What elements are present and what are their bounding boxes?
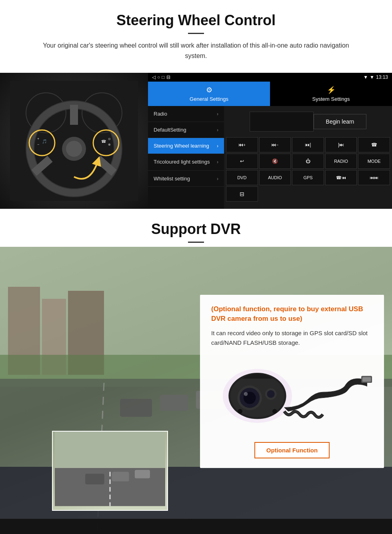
svg-rect-38 [135, 470, 150, 478]
optional-function-button[interactable]: Optional Function [254, 442, 330, 458]
svg-rect-27 [160, 395, 188, 411]
svg-point-45 [244, 392, 248, 396]
tab-general-settings[interactable]: ⚙ General Settings [148, 82, 270, 106]
android-tabs[interactable]: ⚙ General Settings ⚡ System Settings [148, 82, 392, 106]
svg-text:🎵: 🎵 [42, 139, 47, 144]
svg-rect-37 [112, 472, 129, 482]
control-grid: ⏮+ ⏮− ⏮| |⏭ ☎ ↩ 🔇 ⏻ RADIO MODE DVD AUDIO… [224, 137, 392, 203]
svg-text:⊕: ⊕ [108, 143, 111, 146]
tab-system-settings[interactable]: ⚡ System Settings [270, 82, 392, 106]
steering-container: + − 🎵 ☎ ⊙ ⊕ ◁ ○ □ [0, 73, 392, 209]
svg-point-9 [66, 141, 82, 157]
android-menu: Radio › DefaultSetting › Steering Wheel … [148, 106, 224, 209]
ctrl-extra[interactable]: ⊟ [226, 186, 258, 202]
dvr-heading: Support DVR [0, 209, 392, 247]
nav-home-icon: ○ [157, 74, 160, 80]
ctrl-tel-prev[interactable]: ☎⏮ [325, 170, 357, 185]
menu-radio[interactable]: Radio › [148, 106, 224, 122]
tab-system-label: System Settings [312, 96, 350, 102]
svg-text:−: − [37, 142, 39, 146]
ctrl-gps[interactable]: GPS [292, 170, 324, 185]
dvr-description: It can record video only to storage in G… [211, 328, 373, 348]
svg-point-47 [267, 390, 274, 398]
menu-default-label: DefaultSetting [154, 127, 186, 133]
wifi-icon: ▼ [370, 74, 374, 80]
divider2 [188, 242, 204, 243]
chevron-right-icon4: › [217, 159, 218, 166]
dvr-optional-title: (Optional function, require to buy exter… [211, 304, 373, 324]
nav-square-icon: □ [162, 74, 164, 80]
menu-steering-learning[interactable]: Steering Wheel learning › [148, 138, 224, 154]
ctrl-radio[interactable]: RADIO [325, 154, 357, 169]
time-display: 13:13 [376, 74, 388, 80]
dvr-thumbnail [52, 431, 168, 511]
ctrl-vol-down[interactable]: ⏮− [259, 137, 291, 152]
tab-general-label: General Settings [190, 96, 228, 102]
begin-learn-button[interactable]: Begin learn [314, 114, 367, 129]
ctrl-phone[interactable]: ☎ [358, 137, 390, 152]
svg-text:☎: ☎ [101, 139, 106, 144]
section1-heading: Steering Wheel Control Your original car… [0, 0, 392, 65]
system-icon: ⚡ [327, 86, 336, 94]
menu-tricolour-label: Tricoloured light settings [154, 159, 210, 166]
android-content: Radio › DefaultSetting › Steering Wheel … [148, 106, 392, 209]
section1-title: Steering Wheel Control [8, 12, 384, 29]
ctrl-tel-next[interactable]: ⏮⏭ [358, 170, 390, 185]
ctrl-vol-up[interactable]: ⏮+ [226, 137, 258, 152]
steering-photo: + − 🎵 ☎ ⊙ ⊕ [0, 73, 148, 209]
begin-learn-row: Begin learn [224, 106, 392, 137]
dvr-title: Support DVR [8, 221, 384, 238]
svg-rect-36 [85, 474, 104, 484]
ctrl-back[interactable]: ↩ [226, 154, 258, 169]
ctrl-audio[interactable]: AUDIO [259, 170, 291, 185]
svg-point-49 [272, 409, 277, 414]
chevron-right-icon2: › [217, 127, 218, 133]
svg-rect-33 [55, 431, 165, 468]
chevron-right-icon3: › [217, 143, 218, 149]
ctrl-prev[interactable]: ⏮| [292, 137, 324, 152]
android-ui-panel: ◁ ○ □ ⊟ ▼ ▼ 13:13 ⚙ General Settings ⚡ S… [148, 73, 392, 209]
ctrl-next[interactable]: |⏭ [325, 137, 357, 152]
svg-rect-31 [0, 519, 392, 534]
dvr-info-box: (Optional function, require to buy exter… [200, 295, 384, 468]
svg-rect-51 [362, 377, 371, 382]
section1-description: Your original car's steering wheel contr… [32, 40, 360, 61]
signal-icon: ▼ [363, 74, 368, 80]
divider1 [188, 33, 204, 34]
nav-menu-icon: ⊟ [166, 74, 170, 80]
section2: Support DVR [0, 209, 392, 534]
chevron-right-icon: › [217, 111, 218, 117]
nav-back-icon: ◁ [152, 74, 156, 80]
svg-text:+: + [37, 137, 39, 141]
menu-default-setting[interactable]: DefaultSetting › [148, 122, 224, 138]
android-right-panel: Begin learn ⏮+ ⏮− ⏮| |⏭ ☎ ↩ 🔇 ⏻ RADIO MO… [224, 106, 392, 209]
ctrl-power[interactable]: ⏻ [292, 154, 324, 169]
chevron-right-icon5: › [217, 176, 218, 182]
ctrl-dvd[interactable]: DVD [226, 170, 258, 185]
ctrl-mode[interactable]: MODE [358, 154, 390, 169]
dvr-bg: (Optional function, require to buy exter… [0, 247, 392, 534]
settings-icon: ⚙ [206, 86, 212, 94]
menu-whitelist[interactable]: Whitelist setting › [148, 171, 224, 187]
menu-tricolour[interactable]: Tricoloured light settings › [148, 154, 224, 171]
menu-whitelist-label: Whitelist setting [154, 176, 190, 182]
menu-radio-label: Radio [154, 111, 167, 117]
menu-steering-label: Steering Wheel learning [154, 143, 209, 149]
svg-text:⊙: ⊙ [108, 137, 111, 141]
android-statusbar: ◁ ○ □ ⊟ ▼ ▼ 13:13 [148, 73, 392, 82]
svg-rect-26 [120, 399, 152, 417]
ctrl-mute[interactable]: 🔇 [259, 154, 291, 169]
dvr-camera-image [211, 354, 373, 434]
svg-point-48 [238, 409, 242, 414]
